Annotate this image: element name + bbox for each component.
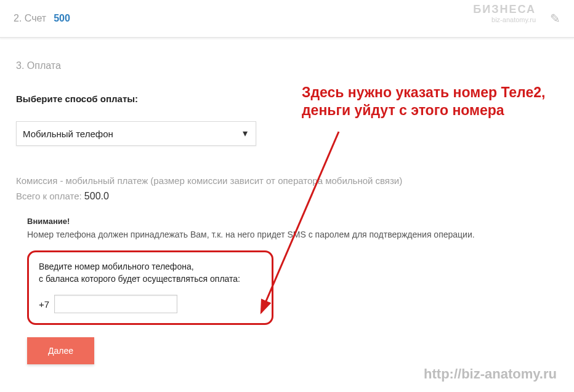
step2-amount: 500: [54, 13, 70, 24]
payment-method-select-wrap: Мобильный телефон: [16, 121, 256, 146]
next-button[interactable]: Далее: [27, 337, 94, 364]
total-label: Всего к оплате:: [16, 191, 82, 201]
phone-input-box: Введите номер мобильного телефона, с бал…: [27, 250, 273, 325]
phone-input-label: Введите номер мобильного телефона, с бал…: [39, 261, 262, 285]
fee-line: Комиссия - мобильный платеж (размер коми…: [16, 175, 558, 186]
warning-text: Номер телефона должен принадлежать Вам, …: [27, 230, 547, 239]
payment-method-select[interactable]: Мобильный телефон: [16, 121, 256, 146]
warning-title: Внимание!: [27, 217, 547, 226]
footer-url: http://biz-anatomy.ru: [424, 366, 557, 382]
phone-prefix: +7: [39, 299, 49, 310]
annotation-text: Здесь нужно указать номер Теле2, деньги …: [302, 84, 567, 119]
phone-input[interactable]: [54, 295, 177, 313]
edit-icon[interactable]: ✎: [550, 11, 560, 26]
step2-label: 2. Счет: [14, 13, 46, 24]
step2-bar: 2. Счет 500 ✎: [0, 0, 574, 38]
step3-label: 3. Оплата: [16, 60, 558, 71]
total-value: 500.0: [84, 191, 109, 201]
total-line: Всего к оплате: 500.0: [16, 191, 558, 202]
